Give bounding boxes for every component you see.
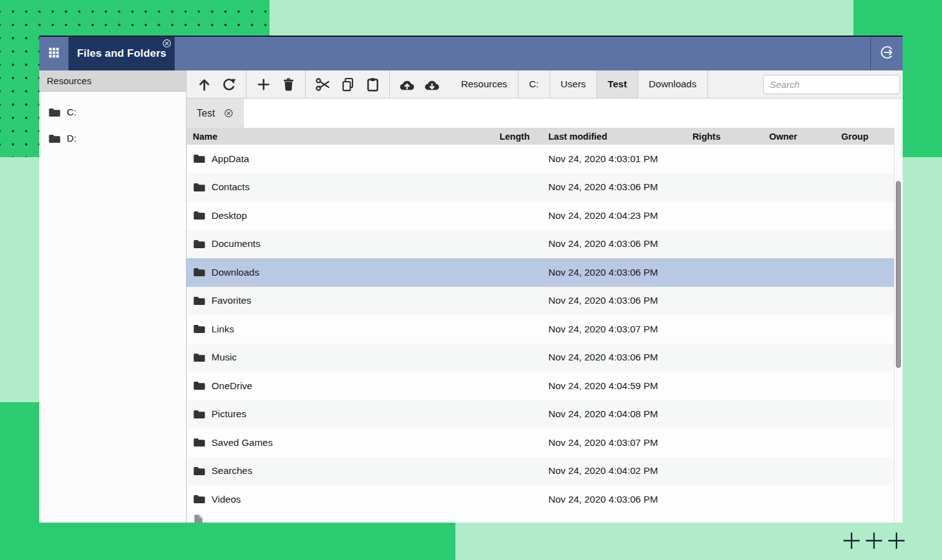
cell-last-modified: Nov 24, 2020 4:03:06 PM bbox=[530, 238, 667, 249]
breadcrumb-test[interactable]: Test bbox=[597, 70, 638, 98]
arrow-up-icon bbox=[197, 77, 212, 92]
cell-last-modified: Nov 24, 2020 4:04:59 PM bbox=[530, 380, 667, 392]
table-row-saved-games[interactable]: Saved GamesNov 24, 2020 4:03:07 PM bbox=[187, 428, 894, 457]
row-name-label: Saved Games bbox=[211, 437, 273, 448]
table-row-appdata[interactable]: AppDataNov 24, 2020 4:03:01 PM bbox=[187, 145, 894, 173]
column-header-group[interactable]: Group bbox=[797, 132, 868, 142]
cell-last-modified: Nov 24, 2020 4:03:06 PM bbox=[530, 352, 667, 363]
folder-icon bbox=[193, 409, 206, 420]
tab-test[interactable]: Test bbox=[187, 99, 244, 128]
folder-icon bbox=[193, 267, 206, 278]
toolbar-separator bbox=[389, 70, 390, 99]
menu-button[interactable] bbox=[39, 37, 69, 70]
copy-button[interactable] bbox=[336, 73, 359, 95]
main-panel: ResourcesC:UsersTestDownloads Test NameL… bbox=[187, 70, 903, 523]
upload-button[interactable] bbox=[396, 73, 418, 95]
sidebar-item-d[interactable]: D: bbox=[39, 125, 186, 152]
titlebar-spacer bbox=[175, 37, 870, 70]
folder-icon bbox=[193, 153, 206, 164]
toolbar-separator bbox=[305, 70, 306, 99]
download-button[interactable] bbox=[420, 73, 443, 95]
sidebar-item-label: C: bbox=[67, 107, 77, 118]
cell-last-modified: Nov 24, 2020 4:03:01 PM bbox=[530, 153, 667, 165]
logout-button[interactable] bbox=[871, 37, 903, 70]
column-header-rights[interactable]: Rights bbox=[667, 132, 721, 142]
cell-name: Searches bbox=[187, 465, 473, 476]
decor-plus-marks bbox=[842, 531, 906, 553]
window-body: Resources C:D: ResourcesC:UsersTestDownl… bbox=[39, 70, 903, 523]
cell-name: Music bbox=[187, 352, 473, 363]
cut-button[interactable] bbox=[311, 73, 334, 95]
breadcrumb-downloads[interactable]: Downloads bbox=[638, 70, 708, 98]
partial-file-row[interactable] bbox=[187, 514, 894, 523]
row-name-label: Contacts bbox=[211, 181, 250, 193]
sidebar-list: C:D: bbox=[39, 92, 186, 152]
copy-icon bbox=[340, 77, 356, 92]
folder-icon bbox=[193, 296, 206, 306]
file-table: NameLengthLast modifiedRightsOwnerGroup … bbox=[187, 128, 903, 523]
table-row-downloads[interactable]: DownloadsNov 24, 2020 4:03:06 PM bbox=[187, 258, 894, 287]
table-row-searches[interactable]: SearchesNov 24, 2020 4:04:02 PM bbox=[187, 457, 894, 486]
breadcrumb-users[interactable]: Users bbox=[550, 70, 597, 98]
row-name-label: Pictures bbox=[211, 408, 246, 420]
sidebar: Resources C:D: bbox=[39, 70, 187, 523]
app-tab-label: Files and Folders bbox=[77, 47, 166, 60]
row-name-label: Links bbox=[211, 324, 234, 335]
cell-last-modified: Nov 24, 2020 4:04:02 PM bbox=[530, 465, 667, 476]
cell-name: Downloads bbox=[187, 267, 473, 278]
column-header-last-modified[interactable]: Last modified bbox=[530, 132, 667, 142]
paste-button[interactable] bbox=[361, 73, 384, 95]
cloud-upload-icon bbox=[399, 76, 415, 93]
table-row-links[interactable]: LinksNov 24, 2020 4:03:07 PM bbox=[187, 315, 894, 344]
new-button[interactable] bbox=[252, 73, 274, 95]
cell-name: OneDrive bbox=[187, 380, 473, 392]
row-name-label: Searches bbox=[211, 465, 252, 476]
refresh-button[interactable] bbox=[218, 73, 240, 95]
row-name-label: Documents bbox=[211, 238, 260, 249]
app-window: Files and Folders Resources C:D: Resourc… bbox=[39, 36, 903, 523]
cell-name: Contacts bbox=[187, 181, 473, 193]
app-tab-close-button[interactable] bbox=[162, 38, 172, 49]
toolbar-buttons bbox=[192, 70, 444, 98]
cell-last-modified: Nov 24, 2020 4:03:07 PM bbox=[530, 324, 667, 335]
folder-icon bbox=[48, 107, 61, 118]
table-rows: AppDataNov 24, 2020 4:03:01 PMContactsNo… bbox=[187, 145, 894, 523]
table-row-contacts[interactable]: ContactsNov 24, 2020 4:03:06 PM bbox=[187, 173, 894, 202]
cell-last-modified: Nov 24, 2020 4:03:06 PM bbox=[530, 267, 667, 278]
breadcrumb-resources[interactable]: Resources bbox=[450, 70, 518, 98]
file-icon bbox=[193, 514, 204, 523]
cell-name: Documents bbox=[187, 238, 473, 249]
trash-icon bbox=[281, 77, 296, 92]
search-input[interactable] bbox=[763, 75, 900, 94]
table-row-favorites[interactable]: FavoritesNov 24, 2020 4:03:06 PM bbox=[187, 287, 894, 316]
toolbar-separator bbox=[246, 70, 246, 99]
cloud-download-icon bbox=[424, 76, 440, 93]
refresh-icon bbox=[221, 77, 237, 92]
folder-icon bbox=[193, 182, 206, 193]
plus-icon bbox=[256, 77, 271, 92]
plus-mark-icon bbox=[865, 531, 883, 553]
table-row-documents[interactable]: DocumentsNov 24, 2020 4:03:06 PM bbox=[187, 230, 894, 259]
table-header: NameLengthLast modifiedRightsOwnerGroup bbox=[187, 128, 894, 145]
app-tab-files-and-folders[interactable]: Files and Folders bbox=[69, 37, 175, 70]
table-row-onedrive[interactable]: OneDriveNov 24, 2020 4:04:59 PM bbox=[187, 372, 894, 400]
column-header-owner[interactable]: Owner bbox=[721, 132, 797, 142]
scrollbar-thumb[interactable] bbox=[896, 181, 901, 368]
sidebar-item-c[interactable]: C: bbox=[39, 99, 186, 125]
column-header-length[interactable]: Length bbox=[473, 132, 530, 142]
breadcrumb-c[interactable]: C: bbox=[518, 70, 550, 98]
cell-last-modified: Nov 24, 2020 4:03:07 PM bbox=[530, 437, 667, 448]
table-row-pictures[interactable]: PicturesNov 24, 2020 4:04:08 PM bbox=[187, 400, 894, 429]
table-row-videos[interactable]: VideosNov 24, 2020 4:03:06 PM bbox=[187, 485, 894, 514]
row-name-label: Favorites bbox=[211, 295, 251, 306]
column-header-name[interactable]: Name bbox=[187, 132, 473, 142]
table-row-desktop[interactable]: DesktopNov 24, 2020 4:04:23 PM bbox=[187, 201, 894, 230]
up-button[interactable] bbox=[193, 73, 215, 95]
row-name-label: Desktop bbox=[211, 210, 247, 221]
folder-icon bbox=[193, 239, 206, 249]
table-row-music[interactable]: MusicNov 24, 2020 4:03:06 PM bbox=[187, 344, 894, 372]
tab-close-button[interactable] bbox=[223, 108, 234, 118]
delete-button[interactable] bbox=[277, 73, 299, 95]
folder-icon bbox=[193, 352, 206, 363]
plus-mark-icon bbox=[887, 531, 906, 553]
